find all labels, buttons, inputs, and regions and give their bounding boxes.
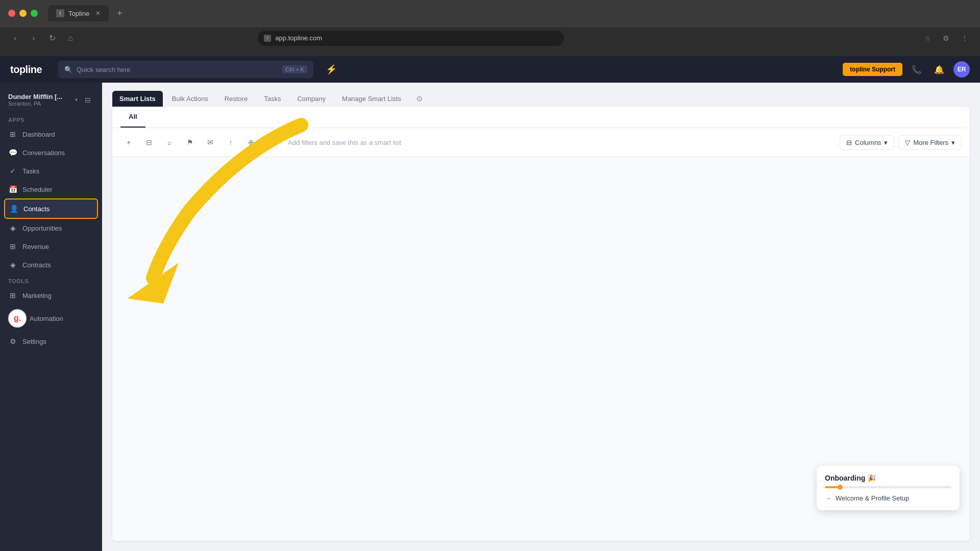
sidebar-item-opportunities[interactable]: ◈ Opportunities	[0, 219, 102, 237]
company-selector[interactable]: Dunder Mifflin [... Scranton, PA ▾ ⊟	[0, 89, 102, 113]
onboarding-item-label: Welcome & Profile Setup	[836, 494, 909, 502]
search-placeholder: Quick search here	[77, 66, 131, 73]
tab-tasks[interactable]: Tasks	[257, 91, 288, 107]
sidebar-item-revenue[interactable]: ⊞ Revenue	[0, 237, 102, 256]
onboarding-item[interactable]: → Welcome & Profile Setup	[825, 494, 951, 502]
sub-tab-all[interactable]: All	[120, 107, 145, 128]
sidebar-item-label: Contacts	[23, 205, 50, 213]
sidebar-item-marketing[interactable]: ⊞ Marketing	[0, 286, 102, 305]
onboarding-progress-fill	[825, 486, 838, 488]
filter-icon: ▽	[905, 139, 910, 146]
minimize-traffic-light[interactable]	[19, 10, 27, 17]
toolbar: + ⊟ ⌕ ⚑ ✉ ↑ ⊕ ⊗ Add filters and save thi…	[112, 128, 970, 157]
conversations-icon: 💬	[8, 148, 17, 157]
browser-toolbar: ‹ › ↻ ⌂ t app.topline.com ☆ ⚙ ⋮	[0, 27, 980, 49]
sidebar-item-settings[interactable]: ⚙ Settings	[0, 332, 102, 350]
sidebar-item-dashboard[interactable]: ⊞ Dashboard	[0, 125, 102, 143]
chevron-down-icon: ▾	[75, 97, 78, 103]
marketing-icon: ⊞	[8, 291, 17, 300]
sidebar-item-label: Marketing	[22, 292, 52, 299]
opportunities-icon: ◈	[8, 223, 17, 233]
notifications-icon[interactable]: 🔔	[931, 61, 947, 78]
sidebar-item-label: Dashboard	[22, 131, 55, 138]
search-bar[interactable]: 🔍 Quick search here Ctrl + K	[58, 61, 313, 78]
database-button[interactable]: ⊗	[263, 134, 280, 151]
tab-company[interactable]: Company	[290, 91, 333, 107]
avatar[interactable]: ER	[953, 61, 970, 78]
sub-tabs: All	[112, 107, 970, 128]
topnav-right: topline Support 📞 🔔 ER	[843, 61, 970, 78]
search-icon: 🔍	[64, 66, 72, 73]
sidebar-item-label: Revenue	[22, 243, 49, 251]
browser-titlebar: t Topline ✕ +	[0, 0, 980, 27]
tab-restore[interactable]: Restore	[217, 91, 255, 107]
browser-actions: ☆ ⚙ ⋮	[921, 31, 972, 45]
maximize-traffic-light[interactable]	[31, 10, 38, 17]
sidebar-item-tasks[interactable]: ✓ Tasks	[0, 162, 102, 180]
extensions-button[interactable]: ⚙	[939, 31, 953, 45]
sidebar-item-conversations[interactable]: 💬 Conversations	[0, 143, 102, 162]
refresh-button[interactable]: ↻	[45, 31, 59, 45]
columns-icon: ⊟	[846, 139, 852, 146]
sidebar-item-contacts[interactable]: 👤 Contacts Contacts	[4, 198, 98, 219]
tab-close-icon[interactable]: ✕	[95, 10, 101, 17]
contracts-icon: ◈	[8, 260, 17, 269]
sidebar-item-label: Conversations	[22, 149, 65, 157]
flag-button[interactable]: ⚑	[182, 134, 198, 151]
layout-toggle-button[interactable]: ⊟	[82, 94, 94, 106]
tools-section-label: Tools	[0, 274, 102, 286]
tab-bulk-actions[interactable]: Bulk Actions	[165, 91, 215, 107]
sidebar-item-automation[interactable]: g. Automation	[0, 305, 102, 332]
onboarding-title: Onboarding 🎉	[825, 474, 951, 482]
columns-button[interactable]: ⊟ Columns ▾	[840, 135, 894, 150]
back-button[interactable]: ‹	[8, 31, 22, 45]
filter-button[interactable]: ⊟	[141, 134, 157, 151]
revenue-icon: ⊞	[8, 242, 17, 251]
sidebar-item-label: Automation	[30, 315, 63, 322]
topnav: topline 🔍 Quick search here Ctrl + K ⚡ t…	[0, 56, 980, 83]
company-name: Dunder Mifflin [...	[8, 93, 71, 101]
apps-section-label: Apps	[0, 113, 102, 125]
contacts-icon: 👤	[9, 204, 18, 213]
home-button[interactable]: ⌂	[63, 31, 78, 45]
lightning-icon[interactable]: ⚡	[326, 64, 337, 75]
tasks-icon: ✓	[8, 166, 17, 176]
app-logo: topline	[10, 64, 42, 76]
sidebar-item-label: Contracts	[22, 261, 51, 269]
new-tab-button[interactable]: +	[117, 8, 122, 19]
company-location: Scranton, PA	[8, 101, 71, 107]
onboarding-card: Onboarding 🎉 → Welcome & Profile Setup	[817, 466, 960, 510]
tab-manage-smart-lists[interactable]: Manage Smart Lists	[335, 91, 408, 107]
traffic-lights	[8, 10, 38, 17]
sidebar-item-contracts[interactable]: ◈ Contracts	[0, 256, 102, 274]
address-url: app.topline.com	[275, 34, 322, 42]
page-tabs: Smart Lists Bulk Actions Restore Tasks C…	[102, 83, 980, 107]
phone-icon[interactable]: 📞	[909, 61, 925, 78]
search-button[interactable]: ⌕	[161, 134, 178, 151]
menu-button[interactable]: ⋮	[958, 31, 972, 45]
more-filters-button[interactable]: ▽ More Filters ▾	[898, 135, 962, 150]
add-filter-button[interactable]: +	[120, 134, 137, 151]
export-button[interactable]: ↑	[223, 134, 239, 151]
tab-settings-icon[interactable]: ⚙	[412, 92, 427, 106]
onboarding-progress-dot	[838, 485, 843, 490]
browser-tab[interactable]: t Topline ✕	[48, 5, 109, 21]
search-shortcut: Ctrl + K	[282, 65, 307, 73]
import-button[interactable]: ⊕	[243, 134, 259, 151]
sidebar-item-label: Opportunities	[22, 224, 62, 232]
contacts-tooltip: Contacts	[102, 203, 102, 214]
close-traffic-light[interactable]	[8, 10, 15, 17]
toolbar-hint: Add filters and save this as a smart lis…	[288, 139, 401, 146]
email-button[interactable]: ✉	[202, 134, 218, 151]
forward-button[interactable]: ›	[27, 31, 41, 45]
tab-favicon: t	[56, 9, 64, 17]
onboarding-arrow-icon: →	[825, 494, 831, 502]
sidebar: Dunder Mifflin [... Scranton, PA ▾ ⊟ App…	[0, 83, 102, 551]
settings-icon: ⚙	[8, 337, 17, 346]
bookmark-button[interactable]: ☆	[921, 31, 935, 45]
address-bar[interactable]: t app.topline.com	[258, 31, 564, 46]
dashboard-icon: ⊞	[8, 130, 17, 139]
support-button[interactable]: topline Support	[843, 63, 902, 76]
tab-smart-lists[interactable]: Smart Lists	[112, 91, 163, 107]
sidebar-item-scheduler[interactable]: 📅 Scheduler	[0, 180, 102, 198]
